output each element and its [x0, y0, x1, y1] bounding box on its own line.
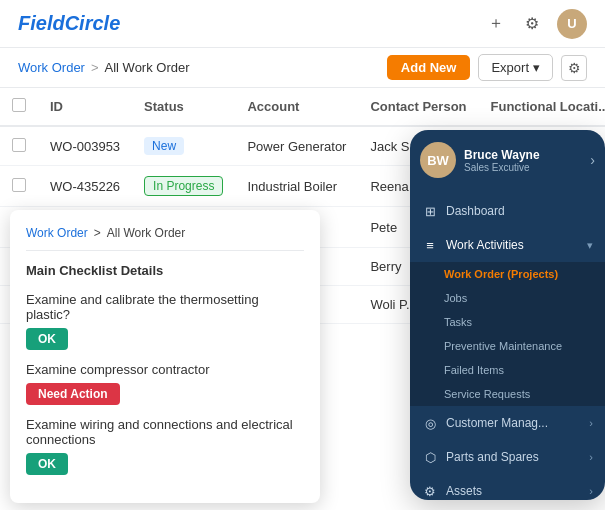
- sidebar-subitem-service-requests[interactable]: Service Requests: [410, 382, 605, 406]
- chevron-down-icon: ▾: [587, 239, 593, 252]
- row-account: Industrial Boiler: [235, 166, 358, 207]
- sidebar-subitem-failed-items[interactable]: Failed Items: [410, 358, 605, 382]
- checklist-breadcrumb: Work Order > All Work Order: [26, 226, 304, 251]
- plus-icon[interactable]: ＋: [485, 13, 507, 35]
- checklist-ok-button-1[interactable]: OK: [26, 328, 68, 350]
- sidebar-subitem-work-order-projects[interactable]: Work Order (Projects): [410, 262, 605, 286]
- grid-icon: ⊞: [422, 203, 438, 219]
- tool-icon: ⚙: [422, 483, 438, 499]
- phone-user-role: Sales Excutive: [464, 162, 582, 173]
- add-new-button[interactable]: Add New: [387, 55, 471, 80]
- row-id: WO-003953: [38, 126, 132, 166]
- phone-nav: ⊞ Dashboard ≡ Work Activities ▾ Work Ord…: [410, 190, 605, 500]
- box-icon: ⬡: [422, 449, 438, 465]
- col-id: ID: [38, 88, 132, 126]
- checklist-item-text: Examine wiring and connections and elect…: [26, 417, 304, 447]
- header: FieldCircle ＋ ⚙ U: [0, 0, 605, 48]
- nav-label-assets: Assets: [446, 484, 581, 498]
- chevron-right-icon: ›: [589, 417, 593, 429]
- checklist-item-1: Examine and calibrate the thermosetting …: [26, 292, 304, 350]
- row-status: New: [132, 126, 235, 166]
- breadcrumb-separator: >: [91, 60, 99, 75]
- sidebar-subitem-preventive-maintenance[interactable]: Preventive Maintenance: [410, 334, 605, 358]
- checklist-breadcrumb-current: All Work Order: [107, 226, 185, 240]
- checklist-item-3: Examine wiring and connections and elect…: [26, 417, 304, 475]
- checklist-title: Main Checklist Details: [26, 263, 304, 278]
- checklist-ok-button-2[interactable]: OK: [26, 453, 68, 475]
- clipboard-icon: ≡: [422, 237, 438, 253]
- users-icon: ◎: [422, 415, 438, 431]
- phone-user-name: Bruce Wayne: [464, 148, 582, 162]
- select-all-checkbox[interactable]: [12, 98, 26, 112]
- phone-header: BW Bruce Wayne Sales Excutive ›: [410, 130, 605, 190]
- logo: FieldCircle: [18, 12, 120, 35]
- chevron-down-icon: ▾: [533, 60, 540, 75]
- checklist-item-text: Examine compressor contractor: [26, 362, 304, 377]
- row-status: In Progress: [132, 166, 235, 207]
- sidebar-subitem-jobs[interactable]: Jobs: [410, 286, 605, 310]
- col-account: Account: [235, 88, 358, 126]
- sidebar-item-work-activities[interactable]: ≡ Work Activities ▾: [410, 228, 605, 262]
- nav-label-work-activities: Work Activities: [446, 238, 579, 252]
- col-location: Functional Locati...: [479, 88, 605, 126]
- table-settings-icon[interactable]: ⚙: [561, 55, 587, 81]
- row-account: Power Generator: [235, 126, 358, 166]
- col-status: Status: [132, 88, 235, 126]
- nav-label-dashboard: Dashboard: [446, 204, 593, 218]
- checklist-item-text: Examine and calibrate the thermosetting …: [26, 292, 304, 322]
- breadcrumb-current: All Work Order: [105, 60, 190, 75]
- phone-avatar: BW: [420, 142, 456, 178]
- breadcrumb-actions: Add New Export ▾ ⚙: [387, 54, 587, 81]
- checklist-popup: Work Order > All Work Order Main Checkli…: [10, 210, 320, 503]
- checklist-breadcrumb-sep: >: [94, 226, 101, 240]
- row-checkbox[interactable]: [12, 138, 26, 152]
- export-button[interactable]: Export ▾: [478, 54, 553, 81]
- gear-icon[interactable]: ⚙: [521, 13, 543, 35]
- work-activities-subitems: Work Order (Projects) Jobs Tasks Prevent…: [410, 262, 605, 406]
- breadcrumb: Work Order > All Work Order: [18, 60, 190, 75]
- checklist-item-2: Examine compressor contractor Need Actio…: [26, 362, 304, 405]
- sidebar-item-dashboard[interactable]: ⊞ Dashboard: [410, 194, 605, 228]
- nav-label-customer-manage: Customer Manag...: [446, 416, 581, 430]
- chevron-right-icon: ›: [589, 485, 593, 497]
- breadcrumb-bar: Work Order > All Work Order Add New Expo…: [0, 48, 605, 88]
- sidebar-item-assets[interactable]: ⚙ Assets ›: [410, 474, 605, 500]
- sidebar-item-customer-manage[interactable]: ◎ Customer Manag... ›: [410, 406, 605, 440]
- nav-label-parts-spares: Parts and Spares: [446, 450, 581, 464]
- avatar[interactable]: U: [557, 9, 587, 39]
- phone-mockup: BW Bruce Wayne Sales Excutive › ⊞ Dashbo…: [410, 130, 605, 500]
- col-contact: Contact Person: [358, 88, 478, 126]
- row-id: WO-435226: [38, 166, 132, 207]
- sidebar-subitem-tasks[interactable]: Tasks: [410, 310, 605, 334]
- checklist-need-action-button[interactable]: Need Action: [26, 383, 120, 405]
- checklist-breadcrumb-link[interactable]: Work Order: [26, 226, 88, 240]
- phone-profile-chevron-icon[interactable]: ›: [590, 152, 595, 168]
- breadcrumb-link[interactable]: Work Order: [18, 60, 85, 75]
- phone-user-info: Bruce Wayne Sales Excutive: [464, 148, 582, 173]
- row-checkbox[interactable]: [12, 178, 26, 192]
- chevron-right-icon: ›: [589, 451, 593, 463]
- header-icons: ＋ ⚙ U: [485, 9, 587, 39]
- sidebar-item-parts-spares[interactable]: ⬡ Parts and Spares ›: [410, 440, 605, 474]
